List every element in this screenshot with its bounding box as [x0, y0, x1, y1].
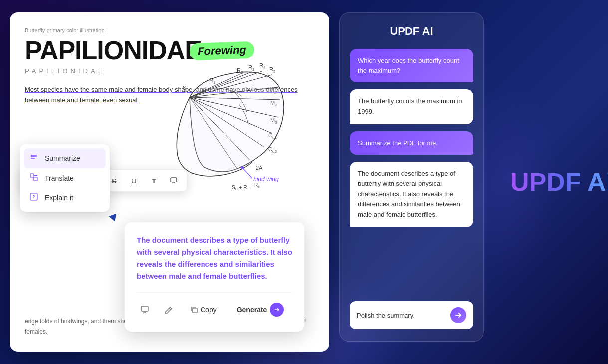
- svg-text:R5: R5: [269, 66, 276, 74]
- svg-text:2A: 2A: [256, 165, 263, 171]
- text-color-icon[interactable]: T: [147, 174, 161, 187]
- dropdown-item-summarize[interactable]: Summarize: [24, 148, 106, 168]
- copy-label: Copy: [201, 306, 217, 314]
- pdf-panel: Butterfly primary color illustration PAP…: [10, 12, 329, 352]
- dropdown-menu[interactable]: Summarize Translate ?: [20, 144, 110, 212]
- chat-message-ai-2: The document describes a type of butterf…: [350, 162, 473, 227]
- svg-rect-33: [34, 177, 37, 181]
- svg-text:Cu2: Cu2: [268, 146, 277, 154]
- chat-message-user-1: Which year does the butterfly count the …: [350, 49, 473, 82]
- svg-text:Rs: Rs: [254, 182, 260, 188]
- svg-rect-28: [171, 178, 177, 182]
- svg-rect-40: [193, 308, 197, 313]
- popup-copy-button[interactable]: Copy: [185, 303, 223, 317]
- translate-icon: [30, 173, 40, 183]
- ai-panel-title: UPDF AI: [350, 25, 473, 38]
- popup-actions: Copy Generate: [137, 292, 292, 320]
- svg-rect-38: [141, 306, 148, 311]
- chat-message-user-2-text: Summarize the PDF for me.: [358, 139, 438, 147]
- svg-text:hind wing: hind wing: [253, 176, 279, 182]
- svg-text:SC + R1: SC + R1: [232, 185, 249, 191]
- explain-label: Explain it: [45, 194, 73, 202]
- chat-message-ai-2-text: The document describes a type of butterf…: [358, 170, 460, 218]
- explain-icon: ?: [30, 193, 40, 203]
- svg-line-39: [169, 308, 171, 310]
- chat-send-button[interactable]: [450, 307, 466, 323]
- chat-message-ai-1: The butterfly counts the maximum in 1999…: [350, 89, 473, 124]
- generate-arrow-icon: [270, 303, 284, 317]
- summarize-icon: [30, 153, 40, 163]
- svg-text:?: ?: [32, 194, 35, 199]
- brand-right-text: UPDF AI: [510, 167, 608, 197]
- popup-comment-icon[interactable]: [137, 302, 153, 318]
- cursor-pointer: [109, 214, 119, 223]
- popup-generate-button[interactable]: Generate: [231, 300, 290, 320]
- dropdown-item-translate[interactable]: Translate: [24, 168, 106, 188]
- chat-message-user-2: Summarize the PDF for me.: [350, 131, 473, 155]
- chat-input[interactable]: [357, 312, 445, 319]
- chat-input-wrap[interactable]: [350, 301, 473, 329]
- svg-rect-32: [30, 174, 34, 177]
- svg-text:SC: SC: [183, 85, 189, 92]
- pdf-subtitle: Butterfly primary color illustration: [25, 27, 314, 33]
- wing-area: Forewing R2 R3 R4 R1 R5 SC M1 M2 M3 Cu1 …: [160, 42, 319, 182]
- popup-result: The document describes a type of butterf…: [125, 222, 304, 332]
- generate-label: Generate: [237, 306, 267, 314]
- pdf-content: Butterfly primary color illustration PAP…: [10, 12, 329, 123]
- svg-text:R3: R3: [248, 64, 255, 72]
- underline-icon[interactable]: U: [127, 174, 141, 187]
- popup-edit-icon[interactable]: [161, 302, 177, 318]
- svg-text:R4: R4: [259, 62, 266, 70]
- summarize-label: Summarize: [45, 154, 80, 162]
- translate-label: Translate: [45, 174, 74, 182]
- popup-result-text: The document describes a type of butterf…: [137, 234, 292, 282]
- chat-message-user-1-text: Which year does the butterfly count the …: [358, 57, 459, 74]
- comment-icon[interactable]: [167, 174, 181, 187]
- chat-message-ai-1-text: The butterfly counts the maximum in 1999…: [358, 97, 462, 115]
- dropdown-item-explain[interactable]: ? Explain it: [24, 188, 106, 208]
- ai-panel: UPDF AI Which year does the butterfly co…: [339, 12, 484, 342]
